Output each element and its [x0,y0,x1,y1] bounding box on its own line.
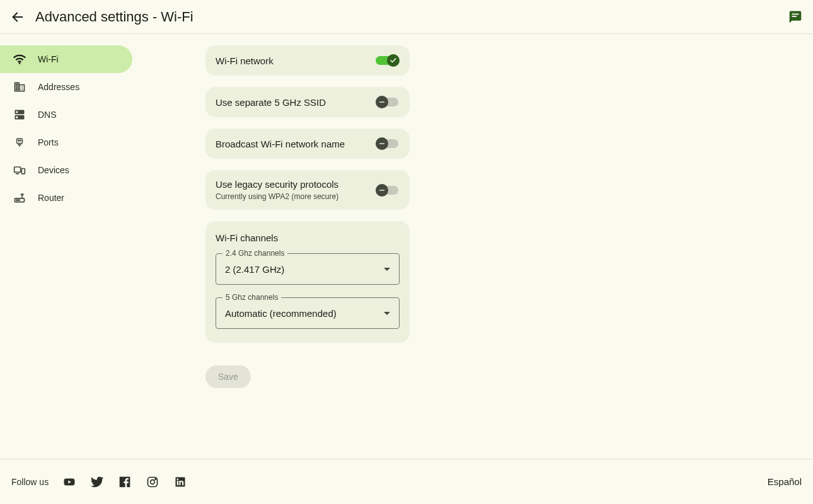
youtube-icon [62,476,76,488]
footer: Follow us Español [0,459,813,504]
wifi-channels-title: Wi-Fi channels [216,232,400,243]
devices-icon [13,163,26,177]
chevron-down-icon [384,312,390,315]
sidebar-item-label: Wi-Fi [38,54,59,64]
select-24ghz-value: 2 (2.417 GHz) [225,264,384,275]
linkedin-icon [174,476,187,488]
wifi-network-toggle[interactable] [376,54,400,67]
card-wifi-network: Wi-Fi network [205,45,410,76]
instagram-icon [146,476,159,488]
broadcast-name-label: Broadcast Wi-Fi network name [216,139,345,149]
separate-ssid-label: Use separate 5 GHz SSID [216,97,326,108]
sidebar-item-label: Addresses [38,82,79,92]
minus-icon [378,98,386,106]
svg-point-16 [151,479,155,484]
card-legacy-security: Use legacy security protocols Currently … [205,170,410,210]
select-5ghz-legend: 5 Ghz channels [222,293,281,302]
feedback-icon [788,10,802,24]
minus-icon [378,186,386,194]
instagram-link[interactable] [146,475,159,489]
arrow-back-icon [11,10,25,24]
sidebar-item-ports[interactable]: Ports [0,129,132,156]
facebook-link[interactable] [118,475,132,489]
router-icon [13,191,26,205]
main-content: Wi-Fi network Use separate 5 GHz SSID [205,34,813,388]
follow-us-label: Follow us [11,477,49,487]
sidebar-item-label: Router [38,193,64,203]
sidebar-item-label: Devices [38,165,69,175]
twitter-link[interactable] [90,475,104,489]
wifi-icon [13,52,26,66]
check-icon [389,57,397,64]
svg-rect-6 [14,167,21,172]
broadcast-name-toggle[interactable] [376,137,400,150]
card-separate-ssid: Use separate 5 GHz SSID [205,87,410,117]
page-title: Advanced settings - Wi-Fi [35,9,193,25]
svg-point-10 [16,200,18,201]
feedback-button[interactable] [788,9,803,25]
svg-rect-3 [17,139,23,144]
ports-icon [13,135,26,149]
svg-rect-2 [792,16,797,17]
svg-rect-7 [21,169,25,174]
card-broadcast-name: Broadcast Wi-Fi network name [205,129,410,159]
select-24ghz-channel[interactable]: 2.4 Ghz channels 2 (2.417 GHz) [216,253,400,285]
wifi-network-label: Wi-Fi network [216,55,274,66]
legacy-security-sub: Currently using WPA2 (more secure) [216,192,338,201]
back-button[interactable] [10,9,25,25]
sidebar: Wi-Fi Addresses DNS Ports Devices [0,34,205,388]
sidebar-item-label: Ports [38,137,59,147]
sidebar-item-router[interactable]: Router [0,184,132,212]
linkedin-link[interactable] [173,475,187,489]
minus-icon [378,140,386,147]
legacy-security-toggle[interactable] [376,184,400,197]
app-header: Advanced settings - Wi-Fi [0,0,813,34]
svg-point-11 [18,200,20,201]
separate-ssid-toggle[interactable] [376,96,400,108]
youtube-link[interactable] [62,475,76,489]
sidebar-item-devices[interactable]: Devices [0,156,132,184]
svg-point-5 [20,140,21,141]
chevron-down-icon [384,268,390,271]
svg-point-17 [155,478,156,479]
addresses-icon [13,80,26,94]
card-wifi-channels: Wi-Fi channels 2.4 Ghz channels 2 (2.417… [205,221,410,343]
twitter-icon [90,475,104,489]
sidebar-item-wifi[interactable]: Wi-Fi [0,45,132,73]
legacy-security-label: Use legacy security protocols [216,179,338,190]
facebook-icon [118,476,131,488]
svg-rect-1 [792,13,799,14]
language-selector[interactable]: Español [768,476,802,487]
sidebar-item-label: DNS [38,110,57,120]
select-5ghz-value: Automatic (recommended) [225,308,384,319]
sidebar-item-dns[interactable]: DNS [0,101,132,129]
svg-point-4 [18,140,20,141]
dns-icon [13,108,26,122]
select-24ghz-legend: 2.4 Ghz channels [222,249,287,258]
select-5ghz-channel[interactable]: 5 Ghz channels Automatic (recommended) [216,297,400,329]
save-button[interactable]: Save [205,365,251,388]
sidebar-item-addresses[interactable]: Addresses [0,73,132,101]
